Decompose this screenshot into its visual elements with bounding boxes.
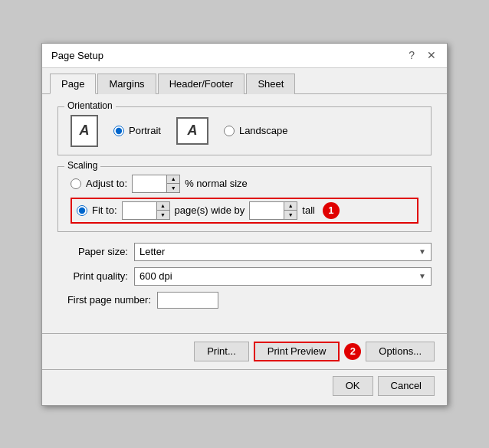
adjust-to-spinner: 70 ▲ ▼ bbox=[132, 175, 180, 193]
paper-size-arrow-icon: ▼ bbox=[418, 247, 426, 256]
tab-page[interactable]: Page bbox=[50, 74, 96, 94]
fit-to-label: Fit to: bbox=[92, 204, 117, 216]
adjust-to-suffix: % normal size bbox=[185, 178, 248, 189]
dialog-content: Orientation A Portrait A Landscape bbox=[42, 94, 447, 327]
adjust-to-row: Adjust to: 70 ▲ ▼ % normal size bbox=[71, 175, 418, 193]
fit-to-wide-spinner: 1 ▲ ▼ bbox=[122, 201, 170, 220]
fit-to-row: Fit to: 1 ▲ ▼ page(s) wide by 1 ▲ ▼ bbox=[71, 198, 418, 224]
first-page-number-input[interactable]: Auto bbox=[157, 292, 218, 309]
fit-to-tall-spin-up[interactable]: ▲ bbox=[284, 202, 297, 211]
adjust-to-spin-buttons: ▲ ▼ bbox=[166, 175, 179, 192]
fit-to-radio[interactable] bbox=[77, 205, 87, 216]
adjust-to-spin-down[interactable]: ▼ bbox=[167, 184, 179, 192]
fit-to-tall-spin-down[interactable]: ▼ bbox=[284, 211, 297, 219]
fit-to-tall-input[interactable]: 1 bbox=[250, 202, 284, 219]
portrait-radio[interactable] bbox=[113, 126, 124, 136]
orientation-legend: Orientation bbox=[64, 100, 116, 111]
badge-2: 2 bbox=[344, 343, 361, 360]
paper-size-label: Paper size: bbox=[57, 246, 134, 257]
first-page-number-row: First page number: Auto bbox=[57, 292, 432, 309]
action-buttons-area: Print... Print Preview 2 Options... bbox=[42, 333, 447, 369]
dialog-title: Page Setup bbox=[51, 50, 103, 61]
title-bar: Page Setup ? ✕ bbox=[42, 44, 447, 68]
orientation-options: A Portrait A Landscape bbox=[71, 115, 418, 147]
landscape-radio[interactable] bbox=[224, 126, 235, 136]
portrait-icon: A bbox=[71, 115, 98, 147]
print-quality-dropdown[interactable]: 600 dpi ▼ bbox=[134, 267, 432, 286]
first-page-number-label: First page number: bbox=[57, 294, 157, 306]
close-button[interactable]: ✕ bbox=[424, 48, 439, 62]
scaling-group: Scaling Adjust to: 70 ▲ ▼ % normal size … bbox=[57, 166, 432, 232]
confirm-buttons-area: OK Cancel bbox=[42, 369, 447, 405]
options-button[interactable]: Options... bbox=[366, 342, 435, 361]
tab-sheet[interactable]: Sheet bbox=[246, 74, 295, 94]
print-quality-row: Print quality: 600 dpi ▼ bbox=[57, 267, 432, 286]
tall-label: tall bbox=[302, 204, 315, 216]
page-setup-dialog: Page Setup ? ✕ Page Margins Header/Foote… bbox=[41, 43, 448, 406]
adjust-to-radio[interactable] bbox=[71, 178, 81, 189]
fit-to-wide-spin-down[interactable]: ▼ bbox=[157, 211, 169, 219]
cancel-button[interactable]: Cancel bbox=[378, 376, 435, 396]
landscape-radio-row: Landscape bbox=[224, 125, 288, 136]
orientation-group: Orientation A Portrait A Landscape bbox=[57, 106, 432, 155]
print-quality-arrow-icon: ▼ bbox=[418, 272, 426, 280]
paper-size-row: Paper size: Letter ▼ bbox=[57, 243, 432, 261]
fit-to-wide-input[interactable]: 1 bbox=[123, 202, 156, 219]
tab-margins[interactable]: Margins bbox=[97, 74, 156, 94]
tabs-container: Page Margins Header/Footer Sheet bbox=[42, 68, 447, 94]
tab-header-footer[interactable]: Header/Footer bbox=[158, 74, 245, 94]
landscape-icon: A bbox=[176, 117, 208, 145]
scaling-legend: Scaling bbox=[64, 160, 100, 171]
help-button[interactable]: ? bbox=[405, 48, 418, 62]
print-quality-label: Print quality: bbox=[57, 270, 134, 282]
landscape-label: Landscape bbox=[239, 125, 288, 136]
portrait-radio-row: Portrait bbox=[113, 125, 161, 136]
adjust-to-spin-up[interactable]: ▲ bbox=[167, 175, 179, 184]
badge-1: 1 bbox=[323, 202, 340, 219]
ok-button[interactable]: OK bbox=[333, 376, 373, 396]
paper-size-value: Letter bbox=[139, 246, 165, 257]
fit-to-tall-spinner: 1 ▲ ▼ bbox=[249, 201, 297, 220]
print-preview-button[interactable]: Print Preview bbox=[254, 342, 340, 361]
adjust-to-input[interactable]: 70 bbox=[133, 175, 166, 192]
print-quality-value: 600 dpi bbox=[139, 270, 172, 282]
portrait-label: Portrait bbox=[129, 125, 161, 136]
fit-to-tall-spin-buttons: ▲ ▼ bbox=[284, 202, 297, 219]
paper-size-dropdown[interactable]: Letter ▼ bbox=[134, 243, 432, 261]
fit-to-wide-spin-up[interactable]: ▲ bbox=[157, 202, 169, 211]
adjust-to-label: Adjust to: bbox=[86, 178, 127, 189]
print-preview-container: Print Preview 2 bbox=[254, 342, 362, 361]
pages-wide-label: page(s) wide by bbox=[175, 204, 245, 216]
print-button[interactable]: Print... bbox=[194, 342, 249, 361]
fit-to-wide-spin-buttons: ▲ ▼ bbox=[156, 202, 169, 219]
title-bar-controls: ? ✕ bbox=[405, 48, 439, 62]
